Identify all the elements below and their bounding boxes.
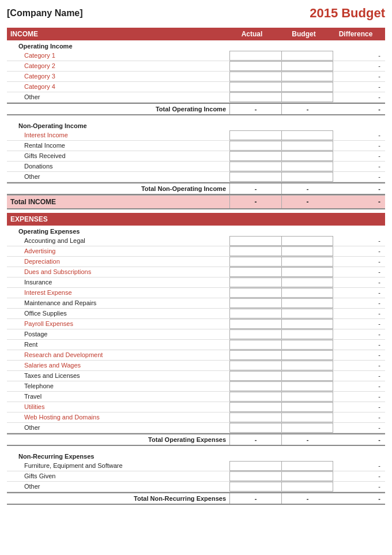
budget-input[interactable] xyxy=(282,61,334,71)
actual-input[interactable] xyxy=(229,319,282,329)
actual-input[interactable] xyxy=(229,130,282,140)
budget-input[interactable] xyxy=(282,162,334,171)
budget-input[interactable] xyxy=(282,278,334,287)
actual-input[interactable] xyxy=(229,267,282,277)
two-inputs[interactable] xyxy=(229,371,333,381)
budget-input[interactable] xyxy=(282,257,334,267)
actual-input[interactable] xyxy=(229,298,282,308)
two-inputs[interactable] xyxy=(229,246,333,256)
two-inputs[interactable] xyxy=(229,92,333,102)
actual-input[interactable] xyxy=(229,412,282,422)
budget-input[interactable] xyxy=(282,371,334,381)
two-inputs[interactable] xyxy=(229,298,333,308)
budget-input[interactable] xyxy=(282,402,334,412)
two-inputs[interactable] xyxy=(229,361,333,370)
two-inputs[interactable] xyxy=(229,288,333,298)
two-inputs[interactable] xyxy=(229,51,333,61)
actual-input[interactable] xyxy=(229,72,282,81)
budget-input[interactable] xyxy=(282,51,334,61)
actual-input[interactable] xyxy=(229,172,282,182)
two-inputs[interactable] xyxy=(229,412,333,422)
budget-input[interactable] xyxy=(282,340,334,350)
budget-input[interactable] xyxy=(282,151,334,161)
two-inputs[interactable] xyxy=(229,402,333,412)
actual-input[interactable] xyxy=(229,329,282,339)
two-inputs[interactable] xyxy=(229,151,333,161)
actual-input[interactable] xyxy=(229,82,282,92)
two-inputs[interactable] xyxy=(229,61,333,71)
two-inputs[interactable] xyxy=(229,257,333,267)
budget-input[interactable] xyxy=(282,130,334,140)
two-inputs[interactable] xyxy=(229,381,333,391)
actual-input[interactable] xyxy=(229,246,282,256)
two-inputs[interactable] xyxy=(229,471,333,481)
actual-input[interactable] xyxy=(229,162,282,171)
table-row: Furniture, Equipment and Software - xyxy=(7,461,385,471)
actual-input[interactable] xyxy=(229,278,282,287)
budget-input[interactable] xyxy=(282,172,334,182)
actual-input[interactable] xyxy=(229,288,282,298)
two-inputs[interactable] xyxy=(229,319,333,329)
actual-input[interactable] xyxy=(229,482,282,492)
budget-input[interactable] xyxy=(282,309,334,318)
actual-input[interactable] xyxy=(229,92,282,102)
budget-input[interactable] xyxy=(282,236,334,246)
two-inputs[interactable] xyxy=(229,141,333,151)
budget-input[interactable] xyxy=(282,329,334,339)
budget-input[interactable] xyxy=(282,267,334,277)
budget-input[interactable] xyxy=(282,392,334,402)
actual-input[interactable] xyxy=(229,61,282,71)
two-inputs[interactable] xyxy=(229,392,333,402)
two-inputs[interactable] xyxy=(229,482,333,492)
actual-input[interactable] xyxy=(229,309,282,318)
two-inputs[interactable] xyxy=(229,340,333,350)
two-inputs[interactable] xyxy=(229,350,333,360)
two-inputs[interactable] xyxy=(229,172,333,182)
two-inputs[interactable] xyxy=(229,267,333,277)
budget-input[interactable] xyxy=(282,381,334,391)
budget-input[interactable] xyxy=(282,92,334,102)
budget-input[interactable] xyxy=(282,361,334,370)
budget-input[interactable] xyxy=(282,319,334,329)
budget-input[interactable] xyxy=(282,412,334,422)
actual-input[interactable] xyxy=(229,371,282,381)
actual-input[interactable] xyxy=(229,381,282,391)
actual-input[interactable] xyxy=(229,402,282,412)
actual-input[interactable] xyxy=(229,392,282,402)
two-inputs[interactable] xyxy=(229,236,333,246)
two-inputs[interactable] xyxy=(229,423,333,433)
two-inputs[interactable] xyxy=(229,130,333,140)
budget-input[interactable] xyxy=(282,288,334,298)
two-inputs[interactable] xyxy=(229,82,333,92)
actual-input[interactable] xyxy=(229,361,282,370)
actual-input[interactable] xyxy=(229,257,282,267)
actual-input[interactable] xyxy=(229,471,282,481)
actual-input[interactable] xyxy=(229,423,282,433)
actual-input[interactable] xyxy=(229,461,282,471)
actual-input[interactable] xyxy=(229,51,282,61)
actual-input[interactable] xyxy=(229,350,282,360)
budget-input[interactable] xyxy=(282,350,334,360)
budget-input[interactable] xyxy=(282,482,334,492)
budget-input[interactable] xyxy=(282,298,334,308)
budget-input[interactable] xyxy=(282,82,334,92)
actual-input[interactable] xyxy=(229,141,282,151)
budget-input[interactable] xyxy=(282,72,334,81)
actual-input[interactable] xyxy=(229,236,282,246)
actual-input[interactable] xyxy=(229,151,282,161)
two-inputs[interactable] xyxy=(229,278,333,287)
two-inputs[interactable] xyxy=(229,309,333,318)
budget-input[interactable] xyxy=(282,471,334,481)
actual-input[interactable] xyxy=(229,340,282,350)
budget-input[interactable] xyxy=(282,141,334,151)
two-inputs[interactable] xyxy=(229,162,333,171)
budget-input[interactable] xyxy=(282,461,334,471)
expenses-col-actual xyxy=(226,215,278,223)
budget-input[interactable] xyxy=(282,246,334,256)
table-row: Office Supplies - xyxy=(7,309,385,319)
two-inputs[interactable] xyxy=(229,329,333,339)
two-inputs[interactable] xyxy=(229,461,333,471)
budget-input[interactable] xyxy=(282,423,334,433)
two-inputs[interactable] xyxy=(229,72,333,81)
table-row: Gifts Received - xyxy=(7,151,385,162)
